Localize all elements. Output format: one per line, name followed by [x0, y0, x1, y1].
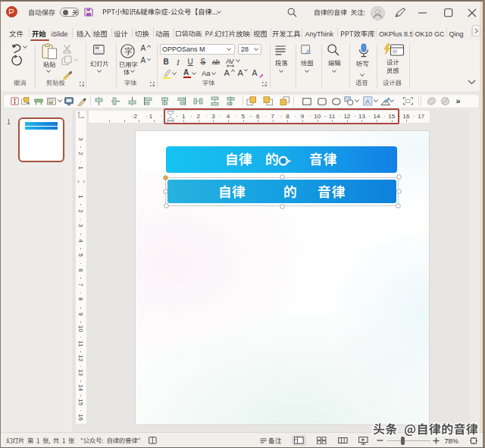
svg-text:A: A [365, 98, 370, 105]
